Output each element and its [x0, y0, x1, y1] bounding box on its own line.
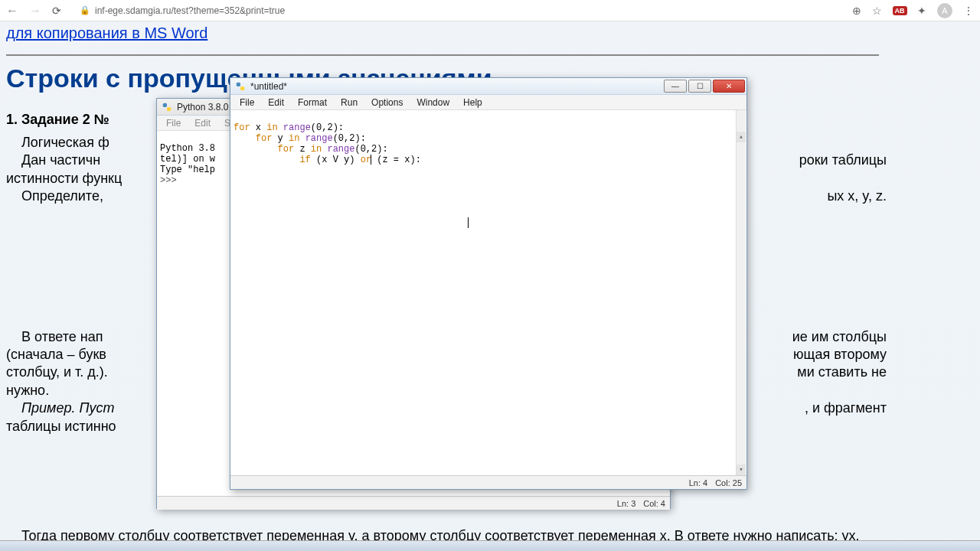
menu-run[interactable]: Run	[335, 96, 364, 109]
editor-body[interactable]: for x in range(0,2): for y in range(0,2)…	[230, 110, 746, 475]
svg-rect-2	[237, 82, 240, 86]
editor-titlebar[interactable]: *untitled* — ☐ ✕	[230, 78, 746, 95]
insertion-cursor	[468, 217, 469, 228]
scroll-up-button[interactable]: ▴	[737, 132, 746, 142]
shell-status-ln: Ln: 3	[617, 499, 635, 508]
menu-edit[interactable]: Edit	[262, 96, 290, 109]
editor-menubar: File Edit Format Run Options Window Help	[230, 95, 746, 110]
menu-options[interactable]: Options	[365, 96, 409, 109]
svg-rect-0	[163, 103, 167, 106]
editor-status-col: Col: 25	[715, 478, 742, 487]
svg-rect-1	[167, 107, 171, 111]
vertical-scrollbar[interactable]: ▴ ▾	[736, 110, 746, 475]
close-button[interactable]: ✕	[713, 80, 745, 93]
zoom-icon[interactable]: ⊕	[852, 5, 861, 17]
browser-actions: ⊕ ☆ AB ✦ A ⋮	[852, 3, 974, 18]
python-editor-window[interactable]: *untitled* — ☐ ✕ File Edit Format Run Op…	[230, 77, 747, 490]
os-taskbar[interactable]	[0, 540, 980, 551]
editor-title: *untitled*	[250, 81, 659, 92]
svg-rect-3	[240, 86, 244, 90]
editor-statusbar: Ln: 4 Col: 25	[230, 475, 746, 489]
menu-file[interactable]: File	[160, 116, 187, 130]
lock-icon: 🔒	[80, 5, 90, 15]
menu-edit[interactable]: Edit	[188, 116, 217, 130]
url-text: inf-ege.sdamgia.ru/test?theme=352&print=…	[95, 5, 285, 16]
avatar[interactable]: A	[937, 3, 952, 18]
python-icon	[235, 81, 246, 92]
shell-statusbar: Ln: 3 Col: 4	[157, 496, 670, 510]
address-bar[interactable]: 🔒 inf-ege.sdamgia.ru/test?theme=352&prin…	[72, 4, 841, 18]
scroll-down-button[interactable]: ▾	[737, 465, 746, 475]
menu-file[interactable]: File	[234, 96, 260, 109]
back-button[interactable]: ←	[6, 4, 18, 18]
window-controls: — ☐ ✕	[664, 80, 745, 93]
browser-toolbar: ← → ⟳ 🔒 inf-ege.sdamgia.ru/test?theme=35…	[0, 0, 980, 21]
reload-button[interactable]: ⟳	[52, 5, 61, 17]
editor-status-ln: Ln: 4	[689, 478, 707, 487]
bookmark-icon[interactable]: ☆	[872, 5, 882, 17]
shell-status-col: Col: 4	[643, 499, 665, 508]
kebab-menu-icon[interactable]: ⋮	[963, 5, 974, 17]
extensions-icon[interactable]: ✦	[917, 5, 926, 17]
top-link[interactable]: для копирования в MS Word	[6, 24, 207, 42]
adblock-icon[interactable]: AB	[893, 4, 906, 18]
python-icon	[162, 102, 172, 112]
divider	[6, 54, 879, 56]
menu-window[interactable]: Window	[410, 96, 456, 109]
menu-format[interactable]: Format	[292, 96, 333, 109]
forward-button[interactable]: →	[29, 4, 41, 18]
menu-help[interactable]: Help	[457, 96, 488, 109]
maximize-button[interactable]: ☐	[688, 80, 711, 93]
minimize-button[interactable]: —	[664, 80, 687, 93]
